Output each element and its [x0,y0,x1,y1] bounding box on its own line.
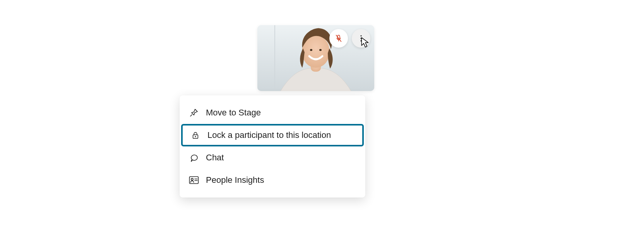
participant-video-tile[interactable] [257,25,374,91]
id-card-icon [189,175,199,185]
participant-context-menu: Move to Stage Lock a participant to this… [180,95,365,198]
more-options-icon [357,34,365,43]
svg-point-13 [195,136,195,137]
tile-control-bar [329,29,370,48]
svg-point-15 [191,178,193,180]
svg-point-9 [360,38,361,39]
menu-item-chat[interactable]: Chat [180,146,365,169]
menu-item-label: Lock a participant to this location [207,130,331,140]
more-options-button[interactable] [352,29,370,48]
svg-point-8 [360,35,361,36]
svg-rect-1 [274,25,275,91]
svg-point-10 [360,40,361,41]
pin-icon [189,108,199,118]
mute-indicator-button[interactable] [329,29,348,48]
svg-line-11 [190,115,192,116]
svg-point-5 [319,49,322,51]
menu-item-label: Chat [206,153,224,163]
chat-icon [189,153,199,163]
menu-item-label: People Insights [206,175,264,185]
menu-item-move-to-stage[interactable]: Move to Stage [180,101,365,124]
lock-icon [190,130,200,140]
menu-item-label: Move to Stage [206,108,261,118]
menu-item-lock-participant[interactable]: Lock a participant to this location [181,124,364,146]
svg-point-4 [310,49,312,51]
mic-muted-icon [334,34,343,43]
menu-item-people-insights[interactable]: People Insights [180,169,365,191]
